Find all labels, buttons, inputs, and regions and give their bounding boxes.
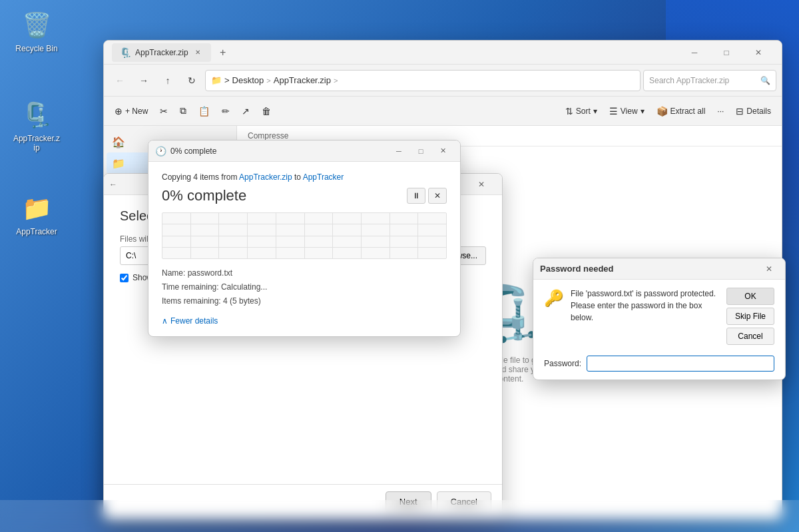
grid-cell (333, 248, 361, 258)
grid-cell (276, 248, 304, 258)
recycle-bin-label: Recycle Bin (15, 44, 57, 53)
explorer-title-bar: 🗜️ AppTracker.zip ✕ + ─ □ ✕ (104, 41, 782, 65)
view-chevron: ▾ (641, 107, 645, 116)
grid-cell (162, 213, 190, 224)
grid-cell (276, 236, 304, 247)
apptracker-folder-desktop-icon[interactable]: 📁 AppTracker (10, 190, 63, 239)
progress-minimize-button[interactable]: ─ (388, 142, 409, 160)
cut-button[interactable]: ✂ (154, 101, 173, 122)
progress-title-bar: 🕐 0% complete ─ □ ✕ (148, 140, 460, 162)
progress-window-controls: ─ □ ✕ (388, 142, 453, 160)
new-tab-button[interactable]: + (214, 43, 232, 62)
maximize-button[interactable]: □ (711, 42, 742, 63)
grid-cell (162, 236, 190, 247)
cancel-password-button[interactable]: Cancel (726, 328, 774, 345)
pwd-info-line1: File 'password.txt' is password protecte… (571, 288, 720, 300)
password-close-button[interactable]: ✕ (760, 260, 778, 278)
up-button[interactable]: ↑ (157, 70, 178, 91)
command-bar: ⊕ + New ✂ ⧉ 📋 ✏ ↗ 🗑 ⇅ Sort ▾ ☰ View (104, 97, 782, 126)
navigation-bar: ← → ↑ ↻ 📁 > Desktop > AppTracker.zip > S… (104, 65, 782, 97)
share-icon: ↗ (242, 106, 250, 117)
rename-icon: ✏ (222, 106, 230, 117)
delete-button[interactable]: 🗑 (256, 101, 276, 122)
details-button[interactable]: ⊟ Details (730, 101, 776, 122)
grid-cell (362, 213, 390, 224)
tab-title: AppTracker.zip (135, 48, 188, 57)
source-link2[interactable]: AppTracker (303, 172, 344, 182)
recycle-bin-icon[interactable]: 🗑️ Recycle Bin (10, 7, 63, 56)
fewer-details-text: Fewer details (170, 316, 218, 326)
extract-close-button[interactable]: ✕ (466, 174, 497, 195)
close-button[interactable]: ✕ (743, 42, 774, 63)
progress-grid (162, 212, 447, 259)
progress-close-button[interactable]: ✕ (432, 142, 453, 160)
grid-cell (191, 213, 219, 224)
grid-cell (418, 213, 446, 224)
source-link1[interactable]: AppTracker.zip (239, 172, 292, 182)
tab-close-button[interactable]: ✕ (192, 47, 203, 58)
ok-button[interactable]: OK (726, 288, 774, 305)
more-button[interactable]: ··· (712, 101, 729, 122)
view-label: View (621, 107, 638, 116)
minimize-button[interactable]: ─ (679, 42, 710, 63)
pause-button[interactable]: ⏸ (407, 188, 425, 204)
search-box[interactable]: Search AppTracker.zip 🔍 (643, 70, 776, 91)
search-icon: 🔍 (760, 76, 770, 85)
refresh-button[interactable]: ↻ (181, 70, 202, 91)
back-button[interactable]: ← (109, 70, 131, 91)
name-value: password.txt (188, 268, 232, 278)
pause-icon: ⏸ (412, 191, 420, 200)
new-label: + New (125, 107, 148, 116)
items-row: Items remaining: 4 (5 bytes) (162, 295, 447, 308)
extract-panel-title-icon: ← (109, 180, 117, 189)
new-button[interactable]: ⊕ + New (109, 101, 153, 122)
grid-cell (248, 213, 276, 224)
sort-button[interactable]: ⇅ Sort ▾ (560, 101, 603, 122)
folder-icon: 📁 (112, 157, 125, 170)
time-value: Calculating... (221, 282, 267, 292)
view-icon: ☰ (609, 106, 618, 117)
copy-button[interactable]: ⧉ (174, 101, 192, 122)
grid-cell (305, 213, 333, 224)
copying-text: Copying 4 items from (162, 172, 237, 182)
progress-title-text: 0% complete (170, 146, 384, 156)
grid-cell (191, 236, 219, 247)
items-value: 4 (5 bytes) (223, 296, 261, 306)
progress-maximize-button[interactable]: □ (410, 142, 431, 160)
view-button[interactable]: ☰ View ▾ (604, 101, 650, 122)
fewer-details-button[interactable]: ∧ Fewer details (162, 316, 447, 326)
address-zip: AppTracker.zip (274, 75, 331, 85)
password-buttons: OK Skip File Cancel (726, 288, 774, 345)
address-sep1: > (266, 77, 270, 85)
share-button[interactable]: ↗ (236, 101, 255, 122)
stop-icon: ✕ (434, 191, 441, 200)
forward-button[interactable]: → (133, 70, 154, 91)
grid-cell (390, 213, 418, 224)
grid-cell (248, 248, 276, 258)
time-label: Time remaining: (162, 282, 219, 292)
apptracker-zip-label: AppTracker.zip (13, 134, 61, 152)
to-text: to (294, 172, 301, 182)
address-bar[interactable]: 📁 > Desktop > AppTracker.zip > (205, 70, 641, 91)
home-icon: 🏠 (112, 136, 125, 148)
show-files-checkbox[interactable] (120, 274, 129, 282)
grid-cell (362, 224, 390, 235)
password-field-row: Password: (544, 353, 774, 372)
name-row: Name: password.txt (162, 267, 447, 280)
extract-all-button[interactable]: 📦 Extract all (651, 101, 711, 122)
stop-button[interactable]: ✕ (428, 188, 447, 204)
grid-cell (162, 224, 190, 235)
rename-button[interactable]: ✏ (216, 101, 235, 122)
grid-cell (305, 248, 333, 258)
progress-body: Copying 4 items from AppTracker.zip to A… (148, 162, 460, 336)
tab-apptracker-zip[interactable]: 🗜️ AppTracker.zip ✕ (112, 43, 211, 62)
skip-file-button[interactable]: Skip File (726, 308, 774, 325)
progress-dialog: 🕐 0% complete ─ □ ✕ Copying 4 items from… (148, 140, 461, 337)
grid-cell (362, 236, 390, 247)
paste-button[interactable]: 📋 (193, 101, 215, 122)
apptracker-zip-desktop-icon[interactable]: 🗜️ AppTracker.zip (10, 97, 63, 155)
taskbar (0, 500, 799, 532)
sort-label: Sort (576, 107, 591, 116)
password-input[interactable] (587, 356, 774, 372)
grid-cell (305, 224, 333, 235)
